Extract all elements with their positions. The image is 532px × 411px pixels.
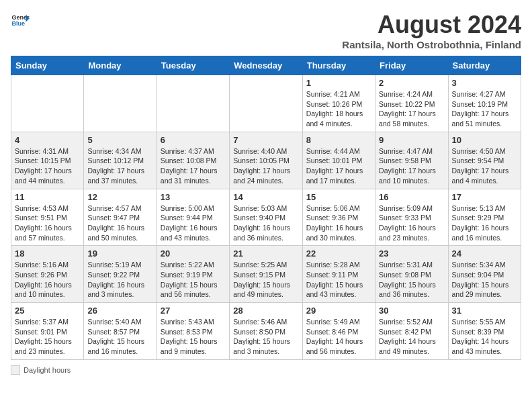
day-number: 18: [15, 248, 80, 259]
day-info: Sunrise: 5:37 AMSunset: 9:01 PMDaylight:…: [15, 317, 80, 357]
calendar-cell-2-4: 7Sunrise: 4:40 AMSunset: 10:05 PMDayligh…: [230, 132, 302, 189]
day-number: 8: [306, 135, 371, 145]
day-number: 10: [452, 135, 517, 145]
day-info: Sunrise: 4:21 AMSunset: 10:26 PMDaylight…: [306, 89, 371, 129]
calendar-cell-2-5: 8Sunrise: 4:44 AMSunset: 10:01 PMDayligh…: [302, 132, 375, 189]
day-number: 29: [306, 306, 371, 316]
calendar-cell-1-1: [11, 75, 84, 132]
day-info: Sunrise: 5:40 AMSunset: 8:57 PMDaylight:…: [87, 317, 152, 357]
calendar-cell-4-4: 21Sunrise: 5:25 AMSunset: 9:15 PMDayligh…: [230, 246, 302, 303]
logo: General Blue: [11, 11, 30, 30]
day-info: Sunrise: 5:55 AMSunset: 8:39 PMDaylight:…: [452, 317, 517, 357]
calendar-body: 1Sunrise: 4:21 AMSunset: 10:26 PMDayligh…: [11, 75, 521, 360]
day-info: Sunrise: 5:13 AMSunset: 9:29 PMDaylight:…: [452, 203, 517, 243]
calendar-cell-3-3: 13Sunrise: 5:00 AMSunset: 9:44 PMDayligh…: [157, 189, 229, 246]
day-info: Sunrise: 5:52 AMSunset: 8:42 PMDaylight:…: [379, 317, 444, 357]
calendar-cell-1-2: [84, 75, 157, 132]
day-number: 4: [15, 135, 80, 145]
calendar-cell-5-1: 25Sunrise: 5:37 AMSunset: 9:01 PMDayligh…: [11, 303, 84, 360]
calendar-week-4: 18Sunrise: 5:16 AMSunset: 9:26 PMDayligh…: [11, 246, 521, 303]
calendar-cell-1-7: 3Sunrise: 4:27 AMSunset: 10:19 PMDayligh…: [448, 75, 521, 132]
day-info: Sunrise: 5:09 AMSunset: 9:33 PMDaylight:…: [379, 203, 444, 243]
calendar-cell-3-6: 16Sunrise: 5:09 AMSunset: 9:33 PMDayligh…: [375, 189, 448, 246]
day-number: 26: [87, 306, 152, 316]
day-number: 5: [87, 135, 152, 145]
calendar-cell-4-5: 22Sunrise: 5:28 AMSunset: 9:11 PMDayligh…: [302, 246, 375, 303]
calendar-cell-1-5: 1Sunrise: 4:21 AMSunset: 10:26 PMDayligh…: [302, 75, 375, 132]
calendar-cell-5-7: 31Sunrise: 5:55 AMSunset: 8:39 PMDayligh…: [448, 303, 521, 360]
day-info: Sunrise: 4:50 AMSunset: 9:54 PMDaylight:…: [452, 146, 517, 186]
calendar-cell-4-6: 23Sunrise: 5:31 AMSunset: 9:08 PMDayligh…: [375, 246, 448, 303]
calendar-week-1: 1Sunrise: 4:21 AMSunset: 10:26 PMDayligh…: [11, 75, 521, 132]
day-info: Sunrise: 5:16 AMSunset: 9:26 PMDaylight:…: [15, 260, 80, 300]
calendar-cell-3-7: 17Sunrise: 5:13 AMSunset: 9:29 PMDayligh…: [448, 189, 521, 246]
day-info: Sunrise: 5:22 AMSunset: 9:19 PMDaylight:…: [161, 260, 226, 300]
calendar-cell-4-1: 18Sunrise: 5:16 AMSunset: 9:26 PMDayligh…: [11, 246, 84, 303]
day-number: 30: [379, 306, 444, 316]
calendar-cell-1-6: 2Sunrise: 4:24 AMSunset: 10:22 PMDayligh…: [375, 75, 448, 132]
day-info: Sunrise: 5:19 AMSunset: 9:22 PMDaylight:…: [87, 260, 152, 300]
calendar-header-sunday: Sunday: [11, 56, 84, 75]
calendar-cell-2-1: 4Sunrise: 4:31 AMSunset: 10:15 PMDayligh…: [11, 132, 84, 189]
day-number: 31: [452, 306, 517, 316]
day-info: Sunrise: 5:34 AMSunset: 9:04 PMDaylight:…: [452, 260, 517, 300]
day-number: 7: [233, 135, 298, 145]
calendar-cell-5-4: 28Sunrise: 5:46 AMSunset: 8:50 PMDayligh…: [230, 303, 302, 360]
day-info: Sunrise: 5:31 AMSunset: 9:08 PMDaylight:…: [379, 260, 444, 300]
day-number: 13: [161, 192, 226, 202]
day-number: 22: [306, 248, 371, 259]
day-number: 23: [379, 248, 444, 259]
month-year-title: August 2024: [342, 11, 521, 39]
day-info: Sunrise: 4:47 AMSunset: 9:58 PMDaylight:…: [379, 146, 444, 186]
day-info: Sunrise: 5:28 AMSunset: 9:11 PMDaylight:…: [306, 260, 371, 300]
day-number: 24: [452, 248, 517, 259]
day-info: Sunrise: 4:37 AMSunset: 10:08 PMDaylight…: [161, 146, 226, 186]
calendar-cell-3-1: 11Sunrise: 4:53 AMSunset: 9:51 PMDayligh…: [11, 189, 84, 246]
day-number: 1: [306, 78, 371, 88]
day-number: 3: [452, 78, 517, 88]
calendar-cell-3-4: 14Sunrise: 5:03 AMSunset: 9:40 PMDayligh…: [230, 189, 302, 246]
calendar-cell-5-6: 30Sunrise: 5:52 AMSunset: 8:42 PMDayligh…: [375, 303, 448, 360]
day-number: 27: [161, 306, 226, 316]
day-info: Sunrise: 4:31 AMSunset: 10:15 PMDaylight…: [15, 146, 80, 186]
calendar-table: SundayMondayTuesdayWednesdayThursdayFrid…: [11, 56, 521, 360]
day-info: Sunrise: 5:25 AMSunset: 9:15 PMDaylight:…: [233, 260, 298, 300]
calendar-cell-2-3: 6Sunrise: 4:37 AMSunset: 10:08 PMDayligh…: [157, 132, 229, 189]
calendar-cell-2-6: 9Sunrise: 4:47 AMSunset: 9:58 PMDaylight…: [375, 132, 448, 189]
location-subtitle: Rantsila, North Ostrobothnia, Finland: [342, 39, 521, 50]
calendar-cell-1-3: [157, 75, 229, 132]
calendar-cell-4-3: 20Sunrise: 5:22 AMSunset: 9:19 PMDayligh…: [157, 246, 229, 303]
day-info: Sunrise: 5:46 AMSunset: 8:50 PMDaylight:…: [233, 317, 298, 357]
day-info: Sunrise: 4:34 AMSunset: 10:12 PMDaylight…: [87, 146, 152, 186]
calendar-cell-2-2: 5Sunrise: 4:34 AMSunset: 10:12 PMDayligh…: [84, 132, 157, 189]
title-area: August 2024 Rantsila, North Ostrobothnia…: [342, 11, 521, 50]
day-number: 6: [161, 135, 226, 145]
svg-text:Blue: Blue: [11, 20, 25, 27]
calendar-cell-4-2: 19Sunrise: 5:19 AMSunset: 9:22 PMDayligh…: [84, 246, 157, 303]
day-number: 14: [233, 192, 298, 202]
day-info: Sunrise: 5:00 AMSunset: 9:44 PMDaylight:…: [161, 203, 226, 243]
calendar-week-3: 11Sunrise: 4:53 AMSunset: 9:51 PMDayligh…: [11, 189, 521, 246]
day-info: Sunrise: 4:40 AMSunset: 10:05 PMDaylight…: [233, 146, 298, 186]
legend-item-daylight: Daylight hours: [11, 365, 71, 375]
day-number: 28: [233, 306, 298, 316]
calendar-cell-3-2: 12Sunrise: 4:57 AMSunset: 9:47 PMDayligh…: [84, 189, 157, 246]
day-info: Sunrise: 5:49 AMSunset: 8:46 PMDaylight:…: [306, 317, 371, 357]
calendar-cell-5-2: 26Sunrise: 5:40 AMSunset: 8:57 PMDayligh…: [84, 303, 157, 360]
calendar-header-saturday: Saturday: [448, 56, 521, 75]
day-info: Sunrise: 4:57 AMSunset: 9:47 PMDaylight:…: [87, 203, 152, 243]
day-number: 11: [15, 192, 80, 202]
calendar-cell-5-5: 29Sunrise: 5:49 AMSunset: 8:46 PMDayligh…: [302, 303, 375, 360]
day-number: 2: [379, 78, 444, 88]
calendar-cell-2-7: 10Sunrise: 4:50 AMSunset: 9:54 PMDayligh…: [448, 132, 521, 189]
day-number: 16: [379, 192, 444, 202]
logo-icon: General Blue: [11, 11, 30, 30]
day-number: 9: [379, 135, 444, 145]
calendar-header-monday: Monday: [84, 56, 157, 75]
day-number: 19: [87, 248, 152, 259]
day-number: 25: [15, 306, 80, 316]
day-number: 17: [452, 192, 517, 202]
calendar-header-thursday: Thursday: [302, 56, 375, 75]
calendar-header-row: SundayMondayTuesdayWednesdayThursdayFrid…: [11, 56, 521, 75]
calendar-header-tuesday: Tuesday: [157, 56, 229, 75]
